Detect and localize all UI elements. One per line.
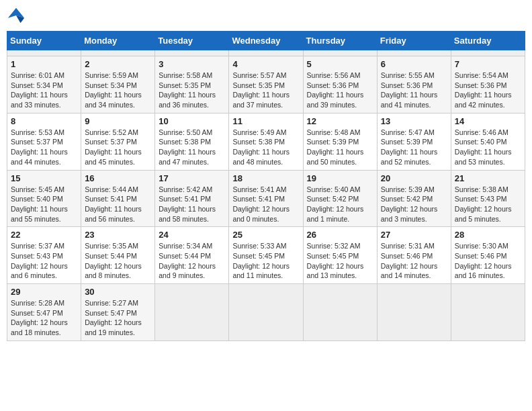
calendar-week-4: 22 Sunrise: 5:37 AM Sunset: 5:43 PM Dayl… xyxy=(7,227,525,284)
day-info: Sunrise: 5:46 AM Sunset: 5:40 PM Dayligh… xyxy=(455,128,521,167)
calendar-cell xyxy=(155,50,229,56)
calendar-cell xyxy=(7,50,81,56)
calendar-cell xyxy=(303,284,377,341)
day-number: 10 xyxy=(159,116,225,126)
day-number: 9 xyxy=(85,116,151,126)
day-info: Sunrise: 5:59 AM Sunset: 5:34 PM Dayligh… xyxy=(85,71,151,110)
day-info: Sunrise: 5:56 AM Sunset: 5:36 PM Dayligh… xyxy=(307,71,373,110)
calendar-cell xyxy=(229,50,303,56)
day-number: 19 xyxy=(307,173,373,183)
day-number: 27 xyxy=(381,230,447,240)
day-number: 29 xyxy=(11,287,77,297)
day-info: Sunrise: 5:50 AM Sunset: 5:38 PM Dayligh… xyxy=(159,128,225,167)
day-info: Sunrise: 6:01 AM Sunset: 5:34 PM Dayligh… xyxy=(11,71,77,110)
calendar-cell xyxy=(377,284,451,341)
calendar-cell: 13 Sunrise: 5:47 AM Sunset: 5:39 PM Dayl… xyxy=(377,113,451,170)
day-info: Sunrise: 5:55 AM Sunset: 5:36 PM Dayligh… xyxy=(381,71,447,110)
calendar-cell: 27 Sunrise: 5:31 AM Sunset: 5:46 PM Dayl… xyxy=(377,227,451,284)
day-number: 18 xyxy=(232,173,299,183)
day-number: 21 xyxy=(455,173,521,183)
day-info: Sunrise: 5:45 AM Sunset: 5:40 PM Dayligh… xyxy=(11,185,77,224)
calendar-cell: 6 Sunrise: 5:55 AM Sunset: 5:36 PM Dayli… xyxy=(377,56,451,113)
calendar-cell: 4 Sunrise: 5:57 AM Sunset: 5:35 PM Dayli… xyxy=(229,56,303,113)
calendar-cell xyxy=(451,284,525,341)
weekday-thursday: Thursday xyxy=(303,32,377,50)
svg-marker-0 xyxy=(8,8,24,18)
calendar-week-0 xyxy=(7,50,525,56)
calendar-cell: 5 Sunrise: 5:56 AM Sunset: 5:36 PM Dayli… xyxy=(303,56,377,113)
calendar-cell xyxy=(451,50,525,56)
day-info: Sunrise: 5:48 AM Sunset: 5:39 PM Dayligh… xyxy=(307,128,373,167)
weekday-saturday: Saturday xyxy=(451,32,525,50)
day-number: 26 xyxy=(307,230,373,240)
calendar-cell: 23 Sunrise: 5:35 AM Sunset: 5:44 PM Dayl… xyxy=(81,227,155,284)
calendar-cell: 9 Sunrise: 5:52 AM Sunset: 5:37 PM Dayli… xyxy=(81,113,155,170)
day-number: 13 xyxy=(381,116,447,126)
calendar-week-3: 15 Sunrise: 5:45 AM Sunset: 5:40 PM Dayl… xyxy=(7,170,525,227)
logo xyxy=(7,7,28,26)
calendar-body: 1 Sunrise: 6:01 AM Sunset: 5:34 PM Dayli… xyxy=(7,50,525,341)
calendar-table: SundayMondayTuesdayWednesdayThursdayFrid… xyxy=(7,31,525,341)
day-info: Sunrise: 5:27 AM Sunset: 5:47 PM Dayligh… xyxy=(85,298,151,338)
day-info: Sunrise: 5:28 AM Sunset: 5:47 PM Dayligh… xyxy=(11,298,77,338)
calendar-cell: 29 Sunrise: 5:28 AM Sunset: 5:47 PM Dayl… xyxy=(7,284,81,341)
weekday-tuesday: Tuesday xyxy=(155,32,229,50)
day-number: 16 xyxy=(85,173,151,183)
day-info: Sunrise: 5:33 AM Sunset: 5:45 PM Dayligh… xyxy=(232,241,299,281)
calendar-cell: 7 Sunrise: 5:54 AM Sunset: 5:36 PM Dayli… xyxy=(451,56,525,113)
day-number: 20 xyxy=(381,173,447,183)
weekday-friday: Friday xyxy=(377,32,451,50)
day-info: Sunrise: 5:30 AM Sunset: 5:46 PM Dayligh… xyxy=(455,241,521,281)
weekday-wednesday: Wednesday xyxy=(229,32,303,50)
day-number: 1 xyxy=(11,59,77,69)
day-info: Sunrise: 5:49 AM Sunset: 5:38 PM Dayligh… xyxy=(232,128,299,167)
day-number: 8 xyxy=(11,116,77,126)
calendar-cell: 28 Sunrise: 5:30 AM Sunset: 5:46 PM Dayl… xyxy=(451,227,525,284)
day-number: 4 xyxy=(232,59,299,69)
day-info: Sunrise: 5:41 AM Sunset: 5:41 PM Dayligh… xyxy=(232,185,299,224)
calendar-cell: 8 Sunrise: 5:53 AM Sunset: 5:37 PM Dayli… xyxy=(7,113,81,170)
calendar-cell: 18 Sunrise: 5:41 AM Sunset: 5:41 PM Dayl… xyxy=(229,170,303,227)
day-info: Sunrise: 5:58 AM Sunset: 5:35 PM Dayligh… xyxy=(159,71,225,110)
calendar-cell: 30 Sunrise: 5:27 AM Sunset: 5:47 PM Dayl… xyxy=(81,284,155,341)
weekday-sunday: Sunday xyxy=(7,32,81,50)
calendar-cell xyxy=(155,284,229,341)
calendar-cell: 14 Sunrise: 5:46 AM Sunset: 5:40 PM Dayl… xyxy=(451,113,525,170)
day-number: 12 xyxy=(307,116,373,126)
day-number: 25 xyxy=(232,230,299,240)
calendar-cell: 15 Sunrise: 5:45 AM Sunset: 5:40 PM Dayl… xyxy=(7,170,81,227)
day-number: 2 xyxy=(85,59,151,69)
day-number: 17 xyxy=(159,173,225,183)
calendar-week-1: 1 Sunrise: 6:01 AM Sunset: 5:34 PM Dayli… xyxy=(7,56,525,113)
calendar-week-5: 29 Sunrise: 5:28 AM Sunset: 5:47 PM Dayl… xyxy=(7,284,525,341)
day-number: 15 xyxy=(11,173,77,183)
day-number: 7 xyxy=(455,59,521,69)
day-number: 6 xyxy=(381,59,447,69)
calendar-week-2: 8 Sunrise: 5:53 AM Sunset: 5:37 PM Dayli… xyxy=(7,113,525,170)
calendar-cell xyxy=(229,284,303,341)
day-number: 28 xyxy=(455,230,521,240)
calendar-cell: 3 Sunrise: 5:58 AM Sunset: 5:35 PM Dayli… xyxy=(155,56,229,113)
day-info: Sunrise: 5:40 AM Sunset: 5:42 PM Dayligh… xyxy=(307,185,373,224)
day-info: Sunrise: 5:34 AM Sunset: 5:44 PM Dayligh… xyxy=(159,241,225,281)
day-info: Sunrise: 5:42 AM Sunset: 5:41 PM Dayligh… xyxy=(159,185,225,224)
calendar-cell: 2 Sunrise: 5:59 AM Sunset: 5:34 PM Dayli… xyxy=(81,56,155,113)
day-info: Sunrise: 5:54 AM Sunset: 5:36 PM Dayligh… xyxy=(455,71,521,110)
calendar-cell: 1 Sunrise: 6:01 AM Sunset: 5:34 PM Dayli… xyxy=(7,56,81,113)
calendar-cell: 11 Sunrise: 5:49 AM Sunset: 5:38 PM Dayl… xyxy=(229,113,303,170)
calendar-cell: 22 Sunrise: 5:37 AM Sunset: 5:43 PM Dayl… xyxy=(7,227,81,284)
day-number: 14 xyxy=(455,116,521,126)
day-number: 11 xyxy=(232,116,299,126)
day-info: Sunrise: 5:35 AM Sunset: 5:44 PM Dayligh… xyxy=(85,241,151,281)
calendar-cell: 24 Sunrise: 5:34 AM Sunset: 5:44 PM Dayl… xyxy=(155,227,229,284)
calendar-cell: 21 Sunrise: 5:38 AM Sunset: 5:43 PM Dayl… xyxy=(451,170,525,227)
calendar-cell xyxy=(303,50,377,56)
day-info: Sunrise: 5:44 AM Sunset: 5:41 PM Dayligh… xyxy=(85,185,151,224)
day-info: Sunrise: 5:37 AM Sunset: 5:43 PM Dayligh… xyxy=(11,241,77,281)
calendar-cell: 10 Sunrise: 5:50 AM Sunset: 5:38 PM Dayl… xyxy=(155,113,229,170)
day-number: 30 xyxy=(85,287,151,297)
calendar-cell: 25 Sunrise: 5:33 AM Sunset: 5:45 PM Dayl… xyxy=(229,227,303,284)
day-info: Sunrise: 5:53 AM Sunset: 5:37 PM Dayligh… xyxy=(11,128,77,167)
calendar-cell xyxy=(81,50,155,56)
weekday-header-row: SundayMondayTuesdayWednesdayThursdayFrid… xyxy=(7,32,525,50)
